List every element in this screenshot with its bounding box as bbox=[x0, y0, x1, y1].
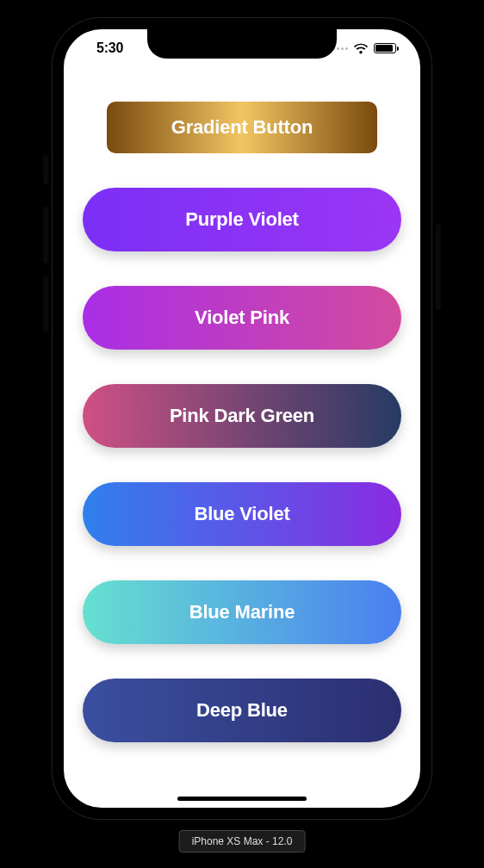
button-label: Pink Dark Green bbox=[170, 405, 314, 427]
content: Gradient ButtonPurple VioletViolet PinkP… bbox=[64, 81, 420, 808]
power-button bbox=[436, 224, 441, 310]
status-right bbox=[332, 43, 400, 54]
mute-switch bbox=[43, 155, 48, 184]
gradient-button-blue-marine[interactable]: Blue Marine bbox=[83, 580, 401, 644]
volume-down-button bbox=[43, 276, 48, 332]
gradient-button-pink-dark-green[interactable]: Pink Dark Green bbox=[83, 384, 401, 448]
button-label: Purple Violet bbox=[185, 208, 298, 231]
status-time: 5:30 bbox=[84, 40, 123, 56]
gradient-button-violet-pink[interactable]: Violet Pink bbox=[83, 286, 401, 350]
device-label: iPhone XS Max - 12.0 bbox=[179, 830, 306, 852]
phone-frame: 5:30 Gradient ButtonPurple VioletViolet … bbox=[52, 17, 432, 820]
button-label: Blue Marine bbox=[189, 601, 295, 623]
gradient-button-gradient-button[interactable]: Gradient Button bbox=[107, 102, 377, 153]
gradient-button-purple-violet[interactable]: Purple Violet bbox=[83, 188, 401, 251]
button-label: Violet Pink bbox=[195, 307, 289, 329]
gradient-button-blue-violet[interactable]: Blue Violet bbox=[83, 482, 401, 546]
gradient-button-deep-blue[interactable]: Deep Blue bbox=[83, 679, 401, 742]
volume-up-button bbox=[43, 207, 48, 264]
home-indicator[interactable] bbox=[177, 797, 307, 801]
notch bbox=[147, 29, 337, 59]
button-label: Deep Blue bbox=[196, 699, 288, 722]
battery-icon bbox=[374, 43, 396, 53]
button-label: Gradient Button bbox=[171, 116, 313, 139]
wifi-icon bbox=[353, 43, 369, 54]
screen: 5:30 Gradient ButtonPurple VioletViolet … bbox=[64, 29, 420, 808]
button-label: Blue Violet bbox=[194, 503, 289, 525]
